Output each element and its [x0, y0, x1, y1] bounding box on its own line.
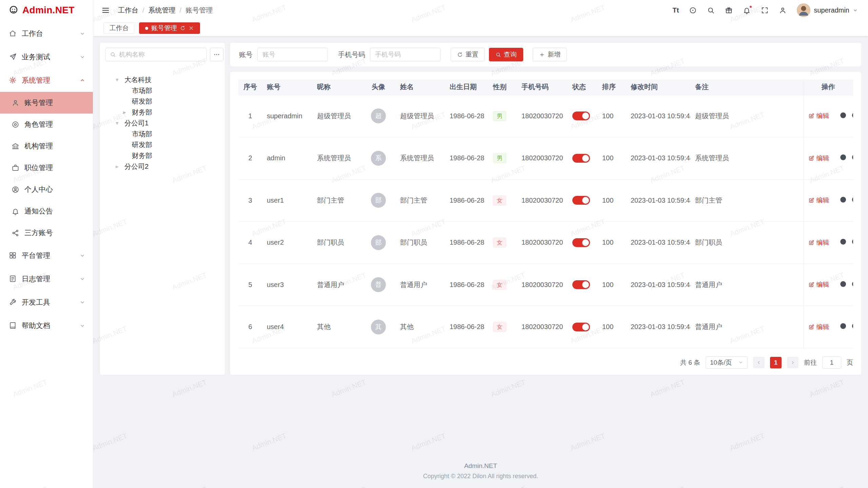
status-toggle[interactable]: [572, 323, 590, 331]
search-icon[interactable]: [707, 6, 715, 14]
sidebar-item-log-management[interactable]: 日志管理: [0, 267, 93, 290]
tree-node[interactable]: 财务部: [105, 150, 219, 161]
cell-nickname: 普通用户: [312, 264, 361, 306]
sidebar-item-system-management[interactable]: 系统管理: [0, 68, 93, 92]
tree-caret-icon[interactable]: ▸: [116, 163, 124, 170]
reset-button[interactable]: 重置: [451, 48, 485, 61]
query-button[interactable]: 查询: [489, 48, 523, 61]
sidebar-subitem-role[interactable]: 角色管理: [0, 114, 93, 135]
status-toggle[interactable]: [572, 154, 590, 163]
sidebar-item-business-test[interactable]: 业务测试: [0, 45, 93, 68]
cell-avatar: 超: [361, 95, 395, 137]
sidebar-subitem-profile-center[interactable]: 个人中心: [0, 179, 93, 200]
sidebar-item-workbench[interactable]: 工作台: [0, 22, 93, 45]
goto-page-input[interactable]: [822, 357, 841, 369]
edit-button[interactable]: 编辑: [808, 154, 829, 163]
edit-button[interactable]: 编辑: [808, 196, 829, 205]
chevron-down-icon: [79, 252, 85, 259]
column-header[interactable]: 昵称: [312, 79, 361, 95]
column-header[interactable]: 备注: [690, 79, 803, 95]
tree-node-label: 研发部: [132, 97, 152, 106]
column-header[interactable]: 性别: [488, 79, 517, 95]
next-page-button[interactable]: [787, 357, 798, 368]
edit-button[interactable]: 编辑: [808, 111, 829, 120]
tree-node[interactable]: ▾分公司1: [105, 118, 219, 128]
column-header[interactable]: 序号: [238, 79, 262, 95]
tree-caret-icon[interactable]: ▾: [116, 120, 124, 127]
edit-button[interactable]: 编辑: [808, 323, 829, 331]
tree-node[interactable]: 市场部: [105, 128, 219, 139]
sidebar-subitem-position[interactable]: 职位管理: [0, 157, 93, 179]
tree-node[interactable]: 研发部: [105, 139, 219, 150]
org-search-input[interactable]: [119, 51, 202, 58]
page-size-select[interactable]: 10条/页: [706, 357, 748, 369]
tree-node[interactable]: 研发部: [105, 96, 219, 107]
column-header[interactable]: 账号: [262, 79, 312, 95]
cell-remark: 超级管理员: [690, 95, 803, 137]
tab-account-management[interactable]: 账号管理: [139, 22, 200, 34]
cell-avatar: 部: [361, 179, 395, 222]
close-icon[interactable]: [189, 25, 194, 31]
sidebar-subitem-third-party-account[interactable]: 三方账号: [0, 222, 93, 244]
prev-page-button[interactable]: [753, 357, 765, 368]
phone-filter-input[interactable]: [370, 48, 440, 61]
column-header[interactable]: 操作: [803, 79, 853, 95]
column-header[interactable]: 排序: [597, 79, 626, 95]
column-header[interactable]: 手机号码: [517, 79, 568, 95]
row-more-button[interactable]: [835, 214, 853, 221]
language-icon[interactable]: [689, 6, 697, 14]
username: superadmin: [814, 6, 849, 14]
tree-caret-icon[interactable]: ▸: [123, 109, 132, 116]
column-header[interactable]: 头像: [361, 79, 395, 95]
tree-node[interactable]: ▾大名科技: [105, 74, 219, 85]
add-button[interactable]: 新增: [533, 48, 567, 61]
edit-button[interactable]: 编辑: [808, 280, 829, 289]
tab-workbench[interactable]: 工作台: [103, 22, 135, 34]
refresh-icon[interactable]: [180, 25, 185, 31]
status-toggle[interactable]: [572, 196, 590, 205]
row-more-button[interactable]: [835, 298, 853, 305]
cell-status: [568, 137, 597, 180]
column-header[interactable]: 修改时间: [626, 79, 690, 95]
account-filter-input[interactable]: [257, 48, 328, 61]
tree-node[interactable]: 市场部: [105, 85, 219, 96]
org-more-button[interactable]: [210, 48, 223, 61]
hamburger-menu-icon[interactable]: [101, 6, 110, 15]
row-more-button[interactable]: [835, 340, 853, 348]
column-header[interactable]: 出生日期: [445, 79, 488, 95]
chevron-down-icon: [79, 54, 85, 60]
breadcrumb-item[interactable]: 系统管理: [149, 6, 176, 15]
edit-button-label: 编辑: [816, 238, 829, 247]
sidebar-item-dev-tools[interactable]: 开发工具: [0, 290, 93, 314]
current-page-button[interactable]: 1: [770, 357, 782, 368]
column-header[interactable]: 姓名: [395, 79, 445, 95]
theme-icon[interactable]: [725, 6, 733, 14]
avatar: 超: [371, 108, 386, 123]
cell-gender: 女: [488, 222, 517, 264]
status-toggle[interactable]: [572, 111, 590, 120]
profile-icon[interactable]: [779, 6, 787, 14]
sidebar-item-help-docs[interactable]: 帮助文档: [0, 314, 93, 337]
sidebar-item-platform-management[interactable]: 平台管理: [0, 244, 93, 267]
fullscreen-icon[interactable]: [761, 6, 769, 14]
notification-bell-icon[interactable]: [743, 6, 751, 14]
row-more-button[interactable]: [835, 256, 853, 263]
row-more-button[interactable]: [835, 129, 853, 137]
font-size-icon[interactable]: Tt: [673, 7, 679, 14]
tree-caret-icon[interactable]: ▾: [116, 76, 124, 83]
chevron-up-icon: [79, 77, 85, 83]
edit-button-label: 编辑: [816, 154, 829, 163]
sidebar-subitem-organization[interactable]: 机构管理: [0, 135, 93, 157]
sidebar-subitem-notice[interactable]: 通知公告: [0, 200, 93, 222]
row-more-button[interactable]: [835, 171, 853, 179]
status-toggle[interactable]: [572, 238, 590, 247]
tree-node[interactable]: ▸分公司2: [105, 161, 219, 172]
user-menu[interactable]: superadmin: [797, 3, 858, 17]
edit-button[interactable]: 编辑: [808, 238, 829, 247]
column-header[interactable]: 状态: [568, 79, 597, 95]
tree-node[interactable]: ▸财务部: [105, 107, 219, 118]
status-toggle[interactable]: [572, 280, 590, 289]
breadcrumb-item[interactable]: 工作台: [118, 6, 138, 15]
logo[interactable]: Admin.NET: [0, 0, 93, 20]
sidebar-subitem-account[interactable]: 账号管理: [0, 92, 93, 114]
